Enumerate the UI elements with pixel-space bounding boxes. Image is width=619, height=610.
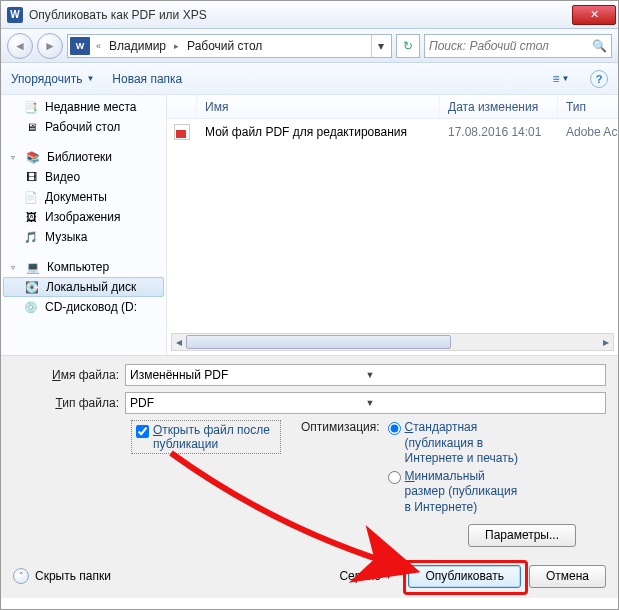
sidebar-item-desktop[interactable]: 🖥Рабочий стол (1, 117, 166, 137)
pictures-icon: 🖼 (23, 209, 39, 225)
chevron-right-icon: ▸ (170, 41, 183, 51)
publish-button[interactable]: Опубликовать (408, 565, 520, 588)
search-box[interactable]: 🔍 (424, 34, 612, 58)
file-type: Adobe Ac (558, 125, 618, 139)
breadcrumb-item-desktop[interactable]: Рабочий стол (183, 39, 266, 53)
filename-label: Имя файла: (13, 368, 125, 382)
toolbar: Упорядочить ▼ Новая папка ≡▼ ? (1, 63, 618, 95)
music-icon: 🎵 (23, 229, 39, 245)
open-after-publish-checkbox[interactable]: Открыть файл после публикации (131, 420, 281, 454)
open-after-checkbox-input[interactable] (136, 425, 149, 438)
radio-minimum[interactable]: Минимальныйразмер (публикацияв Интернете… (388, 469, 518, 516)
sidebar-item-video[interactable]: 🎞Видео (1, 167, 166, 187)
optimization-label: Оптимизация: (301, 420, 380, 516)
file-date: 17.08.2016 14:01 (440, 125, 558, 139)
breadcrumb[interactable]: W « Владимир ▸ Рабочий стол ▾ (67, 34, 392, 58)
hide-folders-label: Скрыть папки (35, 569, 111, 583)
filename-input[interactable]: Изменённый PDF ▼ (125, 364, 606, 386)
breadcrumb-sep-icon: « (92, 41, 105, 51)
cd-icon: 💿 (23, 299, 39, 315)
scroll-left-icon[interactable]: ◂ (172, 334, 186, 350)
new-folder-button[interactable]: Новая папка (112, 72, 182, 86)
pdf-file-icon (174, 124, 190, 140)
sidebar-label: Недавние места (45, 100, 136, 114)
computer-icon: 💻 (25, 259, 41, 275)
chevron-down-icon: ▼ (562, 74, 570, 83)
cancel-button[interactable]: Отмена (529, 565, 606, 588)
radio-standard[interactable]: Стандартная(публикация вИнтернете и печа… (388, 420, 518, 467)
main-area: 📑Недавние места 🖥Рабочий стол ▿📚Библиоте… (1, 95, 618, 355)
refresh-button[interactable]: ↻ (396, 34, 420, 58)
collapse-icon: ▿ (11, 153, 19, 162)
nav-forward-button[interactable]: ► (37, 33, 63, 59)
video-icon: 🎞 (23, 169, 39, 185)
sidebar-item-recent[interactable]: 📑Недавние места (1, 97, 166, 117)
sidebar-label: Локальный диск (46, 280, 136, 294)
column-name[interactable]: Имя (197, 95, 440, 118)
parameters-button[interactable]: Параметры... (468, 524, 576, 547)
navbar: ◄ ► W « Владимир ▸ Рабочий стол ▾ ↻ 🔍 (1, 29, 618, 63)
radio-minimum-label: Минимальныйразмер (публикацияв Интернете… (405, 469, 518, 516)
search-input[interactable] (429, 39, 592, 53)
sidebar-item-documents[interactable]: 📄Документы (1, 187, 166, 207)
chevron-down-icon: ▼ (86, 74, 94, 83)
recent-places-icon: 📑 (23, 99, 39, 115)
sidebar-label: Видео (45, 170, 80, 184)
open-after-label: Открыть файл после публикации (153, 423, 276, 451)
filetype-label: Тип файла: (13, 396, 125, 410)
sidebar-label: Документы (45, 190, 107, 204)
service-dropdown[interactable]: Сервис ▼ (339, 569, 392, 583)
close-button[interactable]: ✕ (572, 5, 616, 25)
breadcrumb-dropdown[interactable]: ▾ (371, 35, 389, 57)
chevron-up-icon: ˄ (13, 568, 29, 584)
chevron-down-icon[interactable]: ▼ (366, 370, 602, 380)
sidebar-computer-header[interactable]: ▿💻Компьютер (1, 257, 166, 277)
titlebar: W Опубликовать как PDF или XPS ✕ (1, 1, 618, 29)
file-row[interactable]: Мой файл PDF для редактирования 17.08.20… (167, 119, 618, 141)
organize-label: Упорядочить (11, 72, 82, 86)
word-app-icon: W (7, 7, 23, 23)
sidebar-label: Компьютер (47, 260, 109, 274)
filetype-select[interactable]: PDF ▼ (125, 392, 606, 414)
service-label: Сервис (339, 569, 380, 583)
file-list: Имя Дата изменения Тип Мой файл PDF для … (166, 95, 618, 355)
sidebar-item-cd-drive[interactable]: 💿CD-дисковод (D: (1, 297, 166, 317)
file-name: Мой файл PDF для редактирования (197, 125, 440, 139)
radio-minimum-input[interactable] (388, 471, 401, 484)
scroll-right-icon[interactable]: ▸ (599, 334, 613, 350)
chevron-down-icon: ▼ (385, 572, 393, 581)
hide-folders-button[interactable]: ˄ Скрыть папки (13, 568, 111, 584)
sidebar-label: CD-дисковод (D: (45, 300, 137, 314)
sidebar-item-music[interactable]: 🎵Музыка (1, 227, 166, 247)
libraries-icon: 📚 (25, 149, 41, 165)
filetype-value: PDF (130, 396, 366, 410)
word-crumb-icon: W (70, 37, 90, 55)
help-button[interactable]: ? (590, 70, 608, 88)
column-type[interactable]: Тип (558, 95, 618, 118)
desktop-icon: 🖥 (23, 119, 39, 135)
view-options-button[interactable]: ≡▼ (550, 69, 572, 89)
sidebar-label: Рабочий стол (45, 120, 120, 134)
column-date[interactable]: Дата изменения (440, 95, 558, 118)
window-title: Опубликовать как PDF или XPS (29, 8, 572, 22)
sidebar-label: Изображения (45, 210, 120, 224)
scrollbar-thumb[interactable] (186, 335, 451, 349)
search-icon: 🔍 (592, 39, 607, 53)
sidebar-label: Музыка (45, 230, 87, 244)
breadcrumb-item-user[interactable]: Владимир (105, 39, 170, 53)
column-icon[interactable] (167, 95, 197, 118)
nav-back-button[interactable]: ◄ (7, 33, 33, 59)
organize-button[interactable]: Упорядочить ▼ (11, 72, 94, 86)
radio-standard-label: Стандартная(публикация вИнтернете и печа… (405, 420, 518, 467)
sidebar-item-pictures[interactable]: 🖼Изображения (1, 207, 166, 227)
form-panel: Имя файла: Изменённый PDF ▼ Тип файла: P… (1, 355, 618, 598)
sidebar-label: Библиотеки (47, 150, 112, 164)
chevron-down-icon[interactable]: ▼ (366, 398, 602, 408)
filename-value: Изменённый PDF (130, 368, 366, 382)
sidebar-libraries-header[interactable]: ▿📚Библиотеки (1, 147, 166, 167)
documents-icon: 📄 (23, 189, 39, 205)
radio-standard-input[interactable] (388, 422, 401, 435)
sidebar-item-local-disk[interactable]: 💽Локальный диск (3, 277, 164, 297)
horizontal-scrollbar[interactable]: ◂ ▸ (171, 333, 614, 351)
collapse-icon: ▿ (11, 263, 19, 272)
